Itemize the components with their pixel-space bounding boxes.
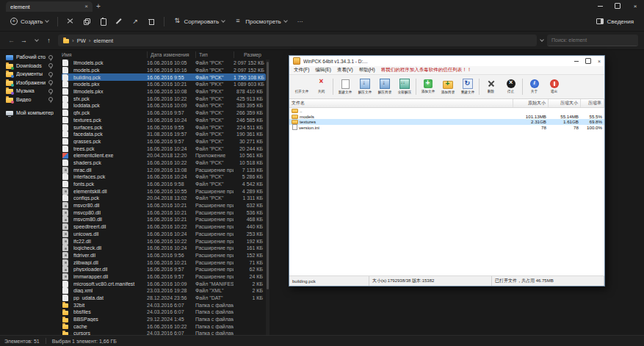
winpck-toolbar-new-button[interactable]: 新建文件 (335, 79, 355, 95)
sidebar-item-documents[interactable]: Документы (0, 70, 57, 79)
new-button[interactable]: Создать (6, 15, 53, 27)
winpck-row[interactable]: models101.13MB55.14MB55.5% (289, 114, 604, 120)
file-row[interactable]: facedata.pck31.08.2016 19:57Файл "PCK"19… (62, 131, 266, 138)
chevron-down-icon[interactable] (540, 37, 544, 42)
file-row[interactable]: surfaces.pck16.06.2016 9:55Файл "PCK"224… (62, 123, 266, 131)
winpck-toolbar-add-dir-button[interactable]: 添加目录 (438, 79, 457, 95)
sidebar-item-pictures[interactable]: Изображения (0, 79, 57, 87)
file-row[interactable]: mrac.dll12.09.2016 13:08Расширение при..… (62, 166, 266, 173)
winpck-menu-H[interactable]: 帮助(H) (359, 67, 375, 73)
file-row[interactable]: 32bit24.03.2016 6:07Папка с файлами (62, 301, 266, 309)
winpck-close-button[interactable]: × (598, 59, 601, 64)
file-row[interactable]: shaders.pck16.06.2016 10:22Файл "PCK"10 … (62, 159, 266, 167)
winpck-toolbar-rebuild-button[interactable]: 重建文件 (457, 79, 477, 95)
winpck-minimize-button[interactable] (574, 61, 579, 62)
winpck-toolbar-add-button[interactable]: 添加文件 (418, 79, 438, 94)
file-row[interactable]: elementclient.exe20.04.2018 12:20Приложе… (62, 152, 266, 159)
breadcrumb[interactable]: ›PW›element (58, 35, 537, 46)
winpck-toolbar-extract-all-button[interactable]: 全部解压 (394, 79, 414, 95)
view-button[interactable]: Просмотреть (231, 15, 292, 27)
copy-button[interactable] (79, 15, 95, 27)
winpck-menu-V[interactable]: 查看(V) (337, 67, 353, 73)
file-row[interactable]: microsoft.vc80.crt.manifest16.06.2016 10… (62, 280, 266, 287)
maximize-button[interactable] (609, 0, 626, 12)
file-row[interactable]: pp_udata.dat28.12.2024 23:56Файл "DAT"1 … (62, 295, 266, 302)
winpck-toolbar-extract-button[interactable]: 解压文件 (355, 79, 375, 95)
winpck-row[interactable]: version.ini7878100.0% (289, 125, 604, 131)
file-row[interactable]: building.pck16.06.2016 9:55Файл "PCK"1 7… (62, 73, 266, 81)
rename-button[interactable] (111, 15, 127, 27)
file-row[interactable]: cache16.06.2016 10:22Папка с файлами (62, 322, 266, 330)
file-row[interactable]: speedtreert.dll16.06.2016 10:22Расширени… (62, 223, 266, 231)
winpck-toolbar-delete-button[interactable]: 删除 (481, 79, 501, 94)
close-button[interactable]: × (626, 0, 644, 12)
new-tab-button[interactable]: + (93, 1, 104, 12)
file-row[interactable]: msvcm80.dll16.06.2016 10:21Расширение пр… (62, 216, 266, 223)
details-pane-button[interactable]: Сведения (592, 15, 638, 27)
scrollbar-thumb[interactable] (267, 62, 269, 289)
back-button[interactable]: ← (6, 37, 17, 44)
column-header-3[interactable]: Тип (195, 51, 234, 58)
file-row[interactable]: msvcp80.dll16.06.2016 10:21Расширение пр… (62, 209, 266, 216)
winpck-name-header[interactable]: 文件名 (289, 99, 513, 107)
file-row[interactable]: ftdriver.dll16.06.2016 9:56Расширение пр… (62, 252, 266, 259)
column-header-4[interactable]: Размер (234, 51, 266, 58)
file-row[interactable]: grasses.pck16.06.2016 9:57Файл "PCK"30 2… (62, 138, 266, 145)
minimize-button[interactable] (591, 0, 609, 12)
sidebar-item-video[interactable]: Видео (0, 95, 57, 104)
search-input[interactable] (551, 37, 634, 43)
winpck-maximize-button[interactable] (585, 58, 591, 64)
sidebar-item-desktop[interactable]: Рабочий стол (0, 53, 57, 62)
file-row[interactable]: configs.pck20.04.2018 13:02Файл "PCK"1 3… (62, 195, 266, 202)
down-button[interactable] (31, 37, 42, 44)
file-row[interactable]: BBSPages29.12.2024 1:45Папка с файлами (62, 316, 266, 323)
winpck-title-bar[interactable]: WinPCK 64bit v1.34.3.1 - D:… × (289, 56, 604, 66)
column-header-2[interactable]: Дата изменения (147, 51, 195, 58)
file-row[interactable]: models.pkx16.06.2016 10:21Файл "PKX"1 08… (62, 81, 266, 88)
paste-button[interactable] (95, 15, 111, 27)
search-box[interactable] (547, 35, 638, 46)
file-row[interactable]: msvcr80.dll16.06.2016 10:21Расширение пр… (62, 202, 266, 209)
file-row[interactable]: litmodels.pkx16.06.2016 10:08Файл "PKX"8… (62, 88, 266, 95)
cut-button[interactable] (62, 15, 79, 27)
file-row[interactable]: zlibwapi.dll16.06.2016 10:21Расширение п… (62, 259, 266, 266)
file-row[interactable]: gfx.pck16.06.2016 9:57Файл "PCK"266 359 … (62, 109, 266, 117)
share-button[interactable] (127, 15, 143, 27)
sort-button[interactable]: Сортировать (169, 15, 229, 27)
file-row[interactable]: diag.xml23.03.2016 19:28Файл "XML"2 КБ (62, 287, 266, 295)
winpck-toolbar-stop-button[interactable]: 停止 (501, 79, 521, 94)
winpck-toolbar-open-button[interactable]: 打开文件 (292, 79, 311, 94)
winpck-toolbar-extract2-button[interactable]: 解压目录 (375, 79, 394, 95)
file-row[interactable]: cursors24.03.2016 6:07Папка с файлами (62, 330, 266, 335)
file-row[interactable]: ifc22.dll16.06.2016 10:22Расширение при.… (62, 237, 266, 245)
file-row[interactable]: elementskill.dll16.06.2016 10:55Расширен… (62, 187, 266, 195)
file-row[interactable]: textures.pck16.06.2016 10:24Файл "PCK"24… (62, 117, 266, 124)
winpck-toolbar-about-button[interactable]: 关于 (524, 79, 544, 94)
file-row[interactable]: sfx.pck16.06.2016 10:22Файл "PCK"425 913… (62, 95, 266, 102)
winpck-menu-F[interactable]: 文件(F) (294, 67, 309, 73)
winpck-toolbar-close-button[interactable]: 关闭 (311, 79, 331, 94)
winpck-size-header-1[interactable]: 原始大小 (513, 99, 549, 107)
file-row[interactable]: bbsfiles24.03.2016 6:07Папка с файлами (62, 309, 266, 316)
winpck-menu-E[interactable]: 编辑(E) (315, 67, 331, 73)
sidebar-item-downloads[interactable]: Downloads (0, 62, 57, 71)
tab-element[interactable]: element × (6, 1, 93, 12)
file-row[interactable]: fonts.pck16.06.2016 9:58Файл "PCK"4 542 … (62, 181, 266, 188)
forward-button[interactable]: → (18, 37, 29, 44)
file-row[interactable]: interfaces.pck16.06.2016 10:24Файл "PCK"… (62, 173, 266, 181)
sidebar-item-music[interactable]: Музыка (0, 87, 57, 95)
file-row[interactable]: immwrapper.dll16.06.2016 9:57Расширение … (62, 273, 266, 281)
delete-button[interactable] (143, 15, 159, 27)
file-row[interactable]: logicheck.dll16.06.2016 10:24Расширение … (62, 245, 266, 252)
more-button[interactable]: ··· (293, 16, 308, 27)
file-row[interactable]: models.pck16.06.2016 10:16Файл "PCK"2 09… (62, 67, 266, 74)
file-row[interactable]: loddata.pck16.06.2016 10:09Файл "PCK"383… (62, 102, 266, 109)
winpck-toolbar-exit-button[interactable]: 退出 (544, 79, 564, 94)
winpck-row[interactable]: .. (289, 108, 604, 114)
winpck-size-header-3[interactable]: 压缩率 (581, 99, 604, 107)
breadcrumb-item[interactable]: element (93, 37, 113, 44)
column-header-1[interactable]: Имя (62, 51, 147, 58)
file-row[interactable]: trees.pck16.06.2016 10:24Файл "PCK"20 24… (62, 145, 266, 152)
up-button[interactable]: ↑ (43, 37, 54, 44)
file-row[interactable]: litmodels.pck16.06.2016 10:05Файл "PCK"2… (62, 60, 266, 67)
